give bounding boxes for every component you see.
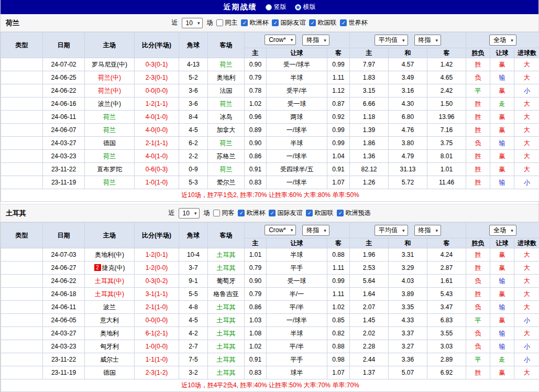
table-row: 国际友谊24-06-11波兰2-1(1-0)4-8土耳其0.86平/半1.022… (1, 301, 539, 314)
competition-checkbox[interactable]: ✓国际友谊 (272, 18, 305, 27)
table-row: 欧洲杯23-11-19荷兰1-0(1-0)5-3爱尔兰0.83一/球半1.071… (1, 176, 539, 189)
away-team-cell: 土耳其 (208, 353, 245, 366)
euro-draw-odds-cell: 3.37 (389, 327, 427, 340)
red-card-badge: 2 (94, 264, 101, 271)
handicap-result-cell: 走 (490, 97, 514, 111)
euro-odds-stage-select[interactable]: 终指▾ (414, 225, 442, 236)
euro-draw-odds-cell: 4.79 (389, 150, 427, 163)
match-count-select[interactable]: 10▾ (182, 18, 203, 28)
handicap-result-cell: 赢 (490, 288, 514, 301)
goals-cell: 大 (514, 248, 539, 262)
table-row: 国际友谊24-06-07荷兰4-0(0-0)4-5加拿大0.89一/球半0.99… (1, 124, 539, 137)
same-venue-checkbox[interactable]: 同客 (213, 209, 234, 217)
asia-home-odds-cell: 0.89 (245, 124, 267, 137)
handicap-result-cell: 赢 (490, 366, 514, 379)
handicap-cell: 受一球 (267, 97, 327, 111)
score-cell: 4-0(1-0) (135, 111, 179, 124)
checkbox-label: 国际友谊 (277, 209, 302, 217)
goals-cell: 大 (514, 366, 539, 379)
radio-vertical-label: 竖版 (274, 3, 287, 12)
score-cell: 1-2(1-1) (135, 97, 179, 111)
checkbox-label: 欧国联 (317, 18, 336, 27)
sub-column-header: 主 (245, 238, 267, 248)
competition-checkbox[interactable]: ✓国际友谊 (269, 209, 302, 217)
bookmaker-select[interactable]: Crow*▾ (265, 225, 296, 235)
select-value: Crow* (269, 36, 286, 43)
competition-checkbox[interactable]: ✓世界杯 (340, 18, 367, 27)
competition-checkbox[interactable]: ✓欧洲杯 (238, 209, 265, 217)
record-summary: 近10场，胜4平2负4, 胜率:40% 让胜率:50% 大率:70% 单率:70… (1, 379, 539, 392)
scope-select[interactable]: 全场▾ (489, 35, 516, 46)
chevron-down-icon: ▾ (402, 228, 405, 233)
handicap-result-cell: 输 (490, 301, 514, 314)
asia-home-odds-cell: 0.91 (245, 353, 267, 366)
euro-draw-odds-cell: 5.72 (389, 176, 427, 189)
checkbox-checked-icon: ✓ (241, 19, 248, 26)
asia-away-odds-cell: 0.85 (327, 314, 350, 327)
handicap-result-cell: 赢 (490, 163, 514, 176)
result-cell: 胜 (466, 288, 490, 301)
corners-cell: 4-5 (179, 314, 208, 327)
asia-away-odds-cell: 1.11 (327, 262, 350, 275)
competition-checkbox[interactable]: ✓欧洲杯 (241, 18, 268, 27)
table-row: 欧洲杯24-07-03奥地利(中)1-2(0-1)10-4土耳其1.01半球0.… (1, 248, 539, 262)
competition-cell: 国际友谊 (1, 366, 43, 379)
asia-home-odds-cell: 0.90 (245, 137, 267, 150)
goals-cell: 小 (514, 176, 539, 189)
handicap-result-cell: 赢 (490, 111, 514, 124)
competition-cell: 欧洲杯 (1, 176, 43, 189)
column-header: 日期 (43, 223, 85, 248)
away-team-cell: 土耳其 (208, 340, 245, 353)
competition-checkbox[interactable]: ✓欧国联 (306, 209, 333, 217)
asia-home-odds-cell: 1.02 (245, 97, 267, 111)
date-cell: 23-11-19 (43, 366, 85, 379)
competition-checkbox[interactable]: ✓欧洲预选 (337, 209, 370, 217)
date-cell: 24-07-02 (43, 58, 85, 71)
corners-cell: 4-5 (179, 124, 208, 137)
euro-odds-type-select[interactable]: 平均值▾ (375, 225, 408, 236)
asia-away-odds-cell: 1.02 (327, 301, 350, 314)
euro-odds-type-select[interactable]: 平均值▾ (375, 35, 408, 46)
home-team-name: 波兰(中) (98, 100, 121, 107)
asia-odds-header: Crow*▾终指▾ (245, 223, 350, 238)
asia-home-odds-cell: 0.79 (245, 288, 267, 301)
euro-home-odds-cell: 1.86 (350, 137, 389, 150)
euro-odds-stage-select[interactable]: 终指▾ (414, 35, 442, 46)
score-cell: 2-1(1-1) (135, 137, 179, 150)
page: 近期战绩 竖版 横版 荷兰近10▾场同主✓欧洲杯✓国际友谊✓欧国联✓世界杯类型日… (0, 0, 539, 392)
home-team-name: 捷克(中) (102, 264, 125, 271)
table-row: 欧洲杯24-06-272捷克(中)1-2(0-0)3-7土耳其0.79平手1.1… (1, 262, 539, 275)
checkbox-label: 同主 (225, 18, 237, 27)
checkbox-label: 同客 (222, 209, 234, 217)
asia-odds-stage-select[interactable]: 终指▾ (302, 225, 329, 236)
competition-checkbox[interactable]: ✓欧国联 (309, 18, 336, 27)
radio-vertical-layout[interactable]: 竖版 (266, 3, 287, 12)
competition-cell: 欧洲杯 (1, 58, 43, 71)
euro-draw-odds-cell: 3.27 (389, 340, 427, 353)
euro-away-odds-cell: 1.42 (427, 58, 466, 71)
asia-away-odds-cell: 0.88 (327, 248, 350, 262)
result-cell: 胜 (466, 58, 490, 71)
score-cell: 1-1(1-0) (135, 353, 179, 366)
radio-horizontal-layout[interactable]: 横版 (295, 3, 316, 12)
asia-odds-stage-select[interactable]: 终指▾ (302, 35, 329, 46)
date-cell: 23-11-22 (43, 163, 85, 176)
home-team-cell: 荷兰 (85, 150, 135, 163)
result-scope-header: 全场▾ (466, 32, 539, 48)
competition-cell: 国际友谊 (1, 314, 43, 327)
home-team-name: 意大利 (100, 317, 119, 324)
same-venue-checkbox[interactable]: 同主 (216, 18, 237, 27)
match-count-select[interactable]: 10▾ (179, 208, 200, 219)
euro-home-odds-cell: 5.64 (350, 275, 389, 288)
goals-cell: 小 (514, 353, 539, 366)
checkbox-checked-icon: ✓ (269, 210, 276, 216)
home-team-name: 德国 (103, 369, 116, 376)
scope-select[interactable]: 全场▾ (489, 225, 516, 236)
home-team-name: 威尔士 (100, 356, 119, 363)
bookmaker-select[interactable]: Crow*▾ (265, 35, 296, 45)
checkbox-checked-icon: ✓ (238, 210, 245, 216)
score-cell: 1-2(0-1) (135, 248, 179, 262)
goals-cell: 大 (514, 58, 539, 71)
handicap-cell: 受一球 (267, 275, 327, 288)
checkbox-label: 国际友谊 (280, 18, 305, 27)
